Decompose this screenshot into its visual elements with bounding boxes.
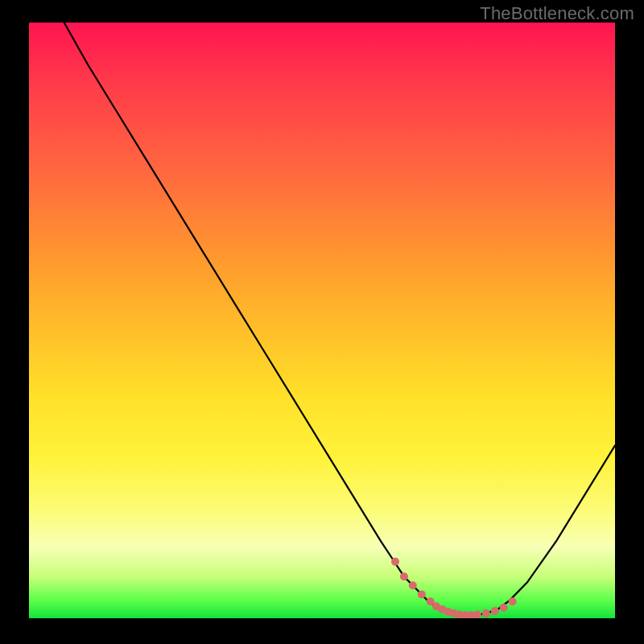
plot-area [29,23,615,618]
curve-path [64,23,615,615]
optimal-dot [509,597,517,605]
optimal-dot [473,611,481,618]
optimal-dot [500,604,508,612]
bottleneck-curve [29,23,615,618]
optimal-dot [491,607,499,615]
optimal-dot [418,590,426,598]
chart-frame: TheBottleneck.com [0,0,644,644]
optimal-dot [409,581,417,589]
watermark-text: TheBottleneck.com [480,3,634,24]
optimal-dot [400,572,408,580]
optimal-dot [482,609,490,617]
optimal-dot [391,558,399,566]
optimal-range-dots [391,558,517,618]
